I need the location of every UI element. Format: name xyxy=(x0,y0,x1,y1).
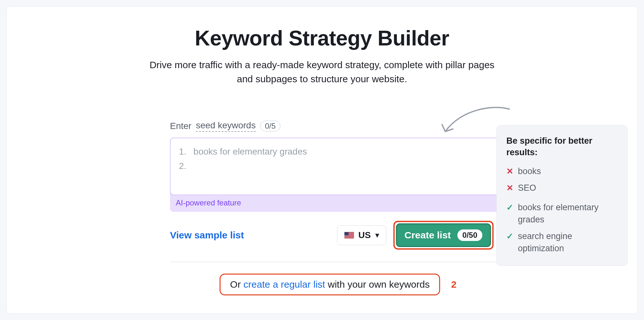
seed-label-prefix: Enter xyxy=(170,121,191,131)
tip-good-item: ✓ search engine optimization xyxy=(506,230,618,255)
seed-row-number: 2. xyxy=(179,159,186,173)
tip-bad-item: ✕ books xyxy=(506,165,618,178)
callout-box-1: Create list 0/50 xyxy=(393,221,494,250)
right-actions: US ▾ Create list 0/50 1 xyxy=(337,221,506,250)
form-area: Enter seed keywords 0/5 1. books for ele… xyxy=(170,120,506,295)
or-prefix: Or xyxy=(230,279,244,290)
country-select[interactable]: US ▾ xyxy=(337,225,386,245)
tip-bad-item: ✕ SEO xyxy=(506,182,618,194)
ai-powered-label: AI-powered feature xyxy=(170,195,506,212)
page-title: Keyword Strategy Builder xyxy=(7,26,637,50)
tip-text: books xyxy=(518,165,541,178)
check-icon: ✓ xyxy=(506,202,513,226)
x-icon: ✕ xyxy=(506,182,513,194)
create-list-count: 0/50 xyxy=(457,229,483,241)
ai-feature-wrap: 1. books for elementary grades 2. AI-pow… xyxy=(170,138,506,212)
or-row: Or create a regular list with your own k… xyxy=(170,274,506,295)
specificity-tip-box: Be specific for better results: ✕ books … xyxy=(496,125,628,266)
seed-count-pill: 0/5 xyxy=(260,121,280,132)
callout-box-2: Or create a regular list with your own k… xyxy=(220,274,440,295)
x-icon: ✕ xyxy=(506,165,513,178)
or-suffix: with your own keywords xyxy=(325,279,430,290)
us-flag-icon xyxy=(344,232,354,238)
create-regular-list-link[interactable]: create a regular list xyxy=(244,279,325,290)
check-icon: ✓ xyxy=(506,230,513,255)
chevron-down-icon: ▾ xyxy=(375,231,379,239)
seed-row-number: 1. xyxy=(179,145,186,159)
seed-row-placeholder: books for elementary grades xyxy=(193,145,307,159)
tip-text: SEO xyxy=(518,182,536,194)
seed-label-row: Enter seed keywords 0/5 xyxy=(170,120,506,132)
view-sample-link[interactable]: View sample list xyxy=(170,230,244,241)
seed-label-underlined: seed keywords xyxy=(196,120,256,132)
seed-keywords-input[interactable]: 1. books for elementary grades 2. xyxy=(170,138,506,195)
page-subtitle: Drive more traffic with a ready-made key… xyxy=(146,58,498,86)
tip-good-item: ✓ books for elementary grades xyxy=(506,202,618,226)
create-list-label: Create list xyxy=(405,230,451,241)
create-list-button[interactable]: Create list 0/50 xyxy=(396,223,491,247)
callout-number-2: 2 xyxy=(451,279,456,290)
tip-text: search engine optimization xyxy=(518,230,618,255)
divider xyxy=(170,262,506,262)
country-code: US xyxy=(358,230,371,240)
actions-row: View sample list US ▾ Create list 0/50 1 xyxy=(170,221,506,250)
tip-text: books for elementary grades xyxy=(518,202,618,226)
tip-title: Be specific for better results: xyxy=(506,135,618,158)
main-card: Keyword Strategy Builder Drive more traf… xyxy=(6,6,638,314)
